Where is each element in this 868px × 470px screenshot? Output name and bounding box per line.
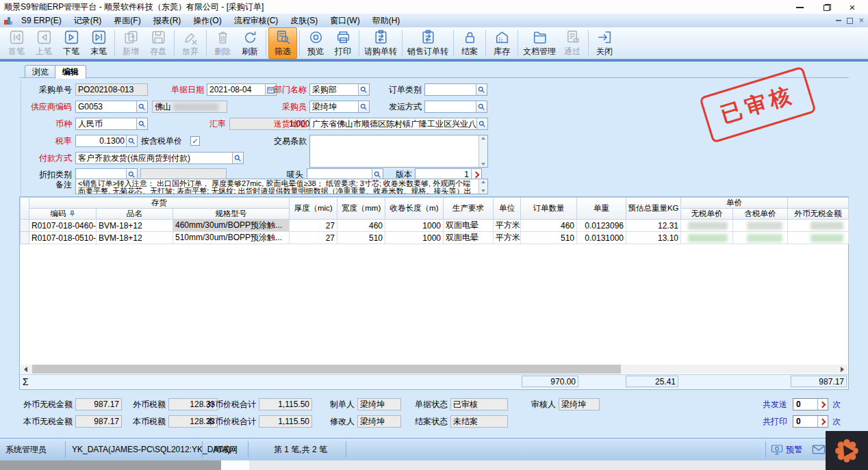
alert-monitor-icon[interactable] — [771, 444, 783, 456]
menu-operate[interactable]: 操作(O) — [187, 14, 227, 27]
mail-icon[interactable] — [812, 445, 826, 454]
cell-unit[interactable]: 平方米 — [494, 232, 521, 244]
menu-s9erp[interactable]: S9 ERP(E) — [15, 14, 68, 27]
col-width[interactable]: 宽度（mm) — [337, 198, 385, 220]
menu-window[interactable]: 窗口(W) — [324, 14, 366, 27]
sales-order-transfer-button[interactable]: 销售订单转 — [405, 28, 451, 58]
col-unit-weight[interactable]: 单重 — [577, 198, 626, 220]
cell-price-inc[interactable] — [733, 232, 788, 244]
new-button[interactable]: 新增 — [117, 28, 144, 58]
cell-prod[interactable]: 双面电晕 — [444, 220, 494, 232]
cell-width[interactable]: 460 — [337, 220, 385, 232]
scrollbar-thumb[interactable] — [32, 365, 621, 374]
lookup-button[interactable] — [232, 153, 243, 164]
print-button[interactable]: 打印 — [329, 28, 357, 58]
close-case-button[interactable]: 结案 — [456, 28, 483, 58]
cell-total-kg[interactable]: 12.31 — [626, 220, 681, 232]
document-mgmt-button[interactable]: 文档管理 — [520, 28, 559, 58]
buyer-field[interactable]: 梁绮坤 — [309, 101, 370, 113]
order-type-field[interactable] — [424, 83, 487, 96]
col-price-ex[interactable]: 无税单价 — [681, 209, 733, 220]
cell-width[interactable]: 510 — [337, 232, 385, 244]
dept-field[interactable]: 采购部 — [309, 83, 370, 96]
last-record-button[interactable]: 末笔 — [85, 28, 112, 58]
cell-code[interactable]: R0107-018-0460-... — [29, 220, 97, 232]
cell-spec[interactable]: 510mm/30um/BOPP预涂触... — [173, 232, 290, 244]
cell-fc-amount[interactable] — [788, 220, 849, 232]
printed-spinner-button[interactable] — [817, 416, 828, 427]
tax-rate-field[interactable]: 0.1300 — [75, 135, 138, 147]
preview-button[interactable]: 预览 — [302, 28, 329, 58]
lookup-button[interactable] — [476, 84, 487, 95]
ship-method-field[interactable] — [424, 101, 487, 113]
textarea-scrollbar[interactable] — [478, 135, 487, 167]
cell-price-ex[interactable] — [681, 220, 733, 232]
first-record-button[interactable]: 首笔 — [3, 28, 30, 58]
col-fc-amount[interactable]: 外币无税金额 — [788, 209, 849, 220]
sent-count-field[interactable]: 0 — [793, 398, 828, 410]
alert-label[interactable]: 预警 — [786, 439, 802, 460]
delete-button[interactable]: 删除 — [209, 28, 236, 58]
cell-thickness[interactable]: 27 — [290, 232, 337, 244]
cell-price-inc[interactable] — [733, 220, 788, 232]
tax-included-checkbox[interactable]: ✓ — [190, 136, 200, 146]
menu-record[interactable]: 记录(R) — [68, 14, 108, 27]
tab-browse[interactable]: 浏览 — [25, 65, 56, 78]
col-spec[interactable]: 规格型号 — [173, 209, 290, 220]
cell-unit-weight[interactable]: 0.0123096 — [577, 220, 626, 232]
mdi-close-button[interactable]: × — [858, 17, 864, 24]
inventory-group-header[interactable]: 存货 — [29, 198, 290, 209]
sent-spinner-button[interactable] — [817, 399, 828, 410]
trade-terms-field[interactable] — [309, 135, 488, 168]
save-button[interactable]: 存盘 — [144, 28, 172, 58]
grid-horizontal-scrollbar[interactable] — [21, 365, 847, 374]
col-price-inc[interactable]: 含税单价 — [733, 209, 788, 220]
filter-button[interactable]: 筛选 — [268, 27, 297, 59]
cell-fc-amount[interactable] — [788, 232, 849, 244]
cell-name[interactable]: BVM-18+12 — [97, 232, 173, 244]
cell-length[interactable]: 1000 — [385, 220, 444, 232]
prev-record-button[interactable]: 上笔 — [30, 28, 58, 58]
menu-interface[interactable]: 界面(F) — [107, 14, 146, 27]
cell-prod[interactable]: 双面电晕 — [444, 232, 494, 244]
col-code[interactable]: 编码 — [29, 209, 97, 220]
supplier-code-field[interactable]: G0053 — [75, 101, 148, 113]
printed-count-field[interactable]: 0 — [793, 415, 828, 428]
payment-field[interactable]: 客户齐款发货(供应商货到付款) — [75, 152, 244, 164]
cell-code[interactable]: R0107-018-0510-... — [29, 232, 97, 244]
col-unit[interactable]: 单位 — [494, 198, 521, 220]
cell-qty[interactable]: 510 — [521, 232, 577, 244]
col-prod-req[interactable]: 生产要求 — [444, 198, 494, 220]
cell-length[interactable]: 1000 — [385, 232, 444, 244]
lookup-button[interactable] — [126, 135, 137, 146]
price-group-header[interactable]: 单价 — [681, 198, 788, 209]
cell-spec[interactable]: 460mm/30um/BOPP预涂触... — [173, 220, 290, 232]
remark-field[interactable]: <销售订单>转入注意： 出口国外订单， 厚度要够27mic, 胶面电晕值≥38；… — [75, 179, 488, 194]
cell-thickness[interactable]: 27 — [290, 220, 337, 232]
col-order-qty[interactable]: 订单数量 — [521, 198, 577, 220]
approve-button[interactable]: 通过 — [559, 28, 586, 58]
lookup-button[interactable] — [136, 118, 147, 129]
cell-unit[interactable]: 平方米 — [494, 220, 521, 232]
close-button[interactable]: 关闭 — [591, 28, 618, 58]
menu-help[interactable]: 帮助(H) — [366, 14, 407, 27]
menu-report[interactable]: 报表(R) — [147, 14, 188, 27]
close-window-button[interactable]: × — [842, 2, 863, 12]
refresh-button[interactable]: 刷新 — [236, 28, 264, 58]
lookup-button[interactable] — [136, 101, 147, 112]
menu-flow-audit[interactable]: 流程审核(C) — [228, 14, 285, 27]
next-record-button[interactable]: 下笔 — [58, 28, 85, 58]
lookup-button[interactable] — [476, 101, 487, 112]
tab-edit[interactable]: 编辑 — [55, 65, 86, 79]
row-selector[interactable] — [21, 232, 29, 244]
requisition-transfer-button[interactable]: 请购单转 — [361, 28, 400, 58]
mdi-restore-button[interactable] — [847, 18, 853, 24]
lookup-button[interactable] — [476, 118, 487, 129]
col-thickness[interactable]: 厚度（mic) — [290, 198, 337, 220]
scroll-right-arrow[interactable] — [841, 367, 844, 372]
textarea-scrollbar[interactable] — [478, 179, 487, 194]
col-name[interactable]: 品名 — [97, 209, 173, 220]
restore-button[interactable] — [817, 2, 837, 12]
cell-total-kg[interactable]: 13.10 — [626, 232, 681, 244]
discard-button[interactable]: 放弃 — [177, 28, 204, 58]
